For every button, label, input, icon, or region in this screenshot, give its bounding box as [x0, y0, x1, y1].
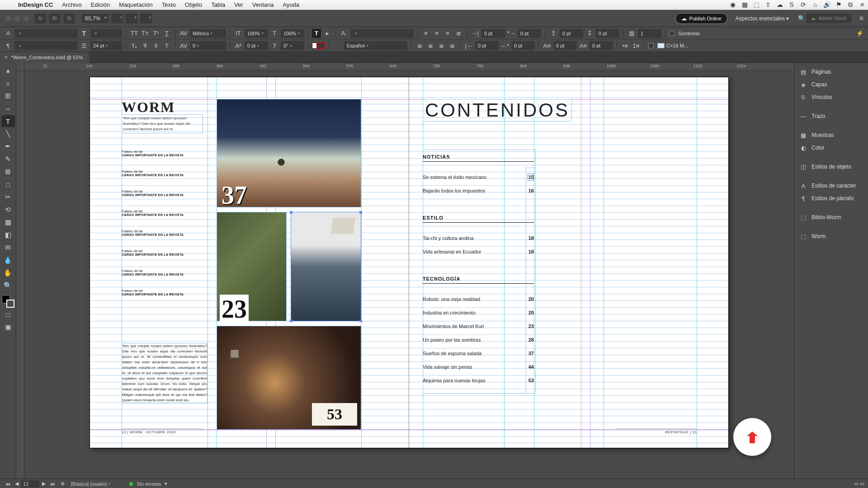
last-page-icon[interactable]: ⏭ [48, 480, 57, 488]
page-right[interactable]: CONTENIDOS NOTICIASSe estrena el éxito m… [409, 77, 728, 448]
dropcap-chars-field[interactable]: 0 pt [590, 41, 613, 50]
tray-icon[interactable]: ☁ [774, 1, 786, 9]
char-color-icon[interactable]: T [312, 29, 321, 38]
page-tool[interactable]: ⊞ [1, 90, 15, 102]
hand-tool[interactable]: ✋ [1, 267, 15, 279]
open-nav-icon[interactable]: ⊕ [61, 481, 65, 487]
panel-páginas[interactable]: ▤Páginas [794, 66, 868, 78]
adobe-stock-search[interactable]: ☁Adobe Stock [806, 14, 851, 23]
menu-maquetación[interactable]: Maquetación [114, 1, 157, 8]
leading-field[interactable]: 24 pt [90, 41, 122, 50]
horizontal-ruler[interactable]: 7214421628836043250457664872079286493610… [16, 63, 794, 71]
document-tab[interactable]: × *Worm_Contenidos.indd @ 61% [0, 52, 89, 63]
workspace-switcher[interactable]: Aspectos esenciales [732, 14, 793, 23]
font-style-field[interactable] [14, 41, 78, 50]
menu-archivo[interactable]: Archivo [57, 1, 86, 8]
menu-ver[interactable]: Ver [230, 1, 248, 8]
align-right-icon[interactable]: ≡ [443, 29, 452, 38]
note-tool[interactable]: ✉ [1, 242, 15, 253]
close-tab-icon[interactable]: × [5, 54, 8, 61]
char-mode-icon[interactable]: A [4, 29, 13, 38]
menu-tabla[interactable]: Tabla [207, 1, 230, 8]
panel-capas[interactable]: ◈Capas [794, 78, 868, 91]
preflight-label[interactable]: Sin errores [137, 481, 161, 487]
tracking-field[interactable]: 0 [190, 41, 226, 50]
panel-estilos-de-carácter[interactable]: AEstilos de carácter [794, 179, 868, 192]
allcaps-icon[interactable]: TT [130, 29, 139, 38]
app-name[interactable]: InDesign CC [14, 1, 57, 8]
body-text-frame[interactable]: Tem que volupta nosam autem quossec tius… [122, 343, 208, 404]
page-navigator[interactable]: ⏮ ◀ 12 ▶ ⏭ [4, 480, 57, 488]
ligatures-icon[interactable]: fi [151, 41, 160, 50]
underline-icon[interactable]: T [162, 29, 171, 38]
arrange-icon[interactable] [140, 14, 152, 23]
hscale-field[interactable]: 100% [281, 29, 304, 38]
justify-right-icon[interactable]: ≣ [437, 41, 446, 50]
rectangle-frame-tool[interactable]: ⊠ [1, 166, 15, 178]
justify-center-icon[interactable]: ≣ [426, 41, 435, 50]
next-page-icon[interactable]: ▶ [40, 480, 47, 488]
panel-color[interactable]: ◐Color [794, 141, 868, 154]
hero-image-3[interactable] [291, 212, 361, 321]
smallcaps-icon[interactable]: Tᴛ [141, 29, 150, 38]
tray-icon[interactable]: ▦ [739, 1, 750, 9]
align-left-icon[interactable]: ≡ [421, 29, 430, 38]
search-icon[interactable]: 🔍 [797, 14, 806, 23]
tray-icon[interactable]: ⬚ [750, 1, 762, 9]
tray-icon[interactable]: 🔊 [821, 1, 833, 9]
indent-right-field[interactable]: 0 pt [475, 41, 499, 50]
kerning-field[interactable]: Métrico [190, 29, 226, 38]
font-family-field[interactable] [14, 29, 78, 38]
panel-trazo[interactable]: —Trazo [794, 110, 868, 122]
tray-icon[interactable]: ⟳ [797, 1, 809, 9]
scissors-tool[interactable]: ✂ [1, 191, 15, 203]
hero-image-2[interactable]: 23 [217, 212, 287, 321]
language-field[interactable]: Español [344, 41, 407, 50]
hero-image-4[interactable]: 53 [217, 326, 361, 430]
dropcap-lines-field[interactable]: 0 pt [553, 41, 577, 50]
tray-icon[interactable]: ⇪ [762, 1, 774, 9]
baseline-shift-field[interactable]: 0 pt [245, 41, 268, 50]
menu-texto[interactable]: Texto [157, 1, 180, 8]
strikethrough-icon[interactable]: T [141, 41, 150, 50]
pasteboard[interactable]: WORM Tem que volupta nosam autem quossec… [24, 71, 794, 479]
shading-checkbox[interactable] [669, 31, 675, 36]
fill-stroke-swap[interactable] [2, 295, 14, 308]
space-before-field[interactable]: 0 pt [560, 29, 583, 38]
vertical-ruler[interactable] [16, 71, 24, 479]
stock-icon[interactable]: St [63, 14, 75, 23]
menu-ayuda[interactable]: Ayuda [278, 1, 304, 8]
skew-field[interactable]: 0° [281, 41, 304, 50]
stroke-color-swatch[interactable] [657, 43, 665, 48]
apply-color-icon[interactable]: □ [1, 309, 15, 320]
selection-tool[interactable]: ▴ [1, 65, 15, 76]
numbers-icon[interactable]: 1≡ [632, 41, 641, 50]
zoom-level[interactable]: 60,7% [81, 14, 108, 23]
first-page-icon[interactable]: ⏮ [4, 480, 12, 488]
type-tool[interactable]: T [1, 115, 15, 127]
char-flyout-icon[interactable]: ▸ [323, 29, 332, 38]
char-style-field[interactable] [350, 29, 414, 38]
hero-image-1[interactable]: 37 [217, 99, 361, 207]
justify-all-icon[interactable]: ≣ [448, 41, 457, 50]
superscript-icon[interactable]: T¹ [151, 29, 160, 38]
panel-biblio-worm[interactable]: ⬚Biblio-Worm [794, 211, 868, 224]
domestika-badge[interactable] [733, 418, 771, 456]
no-break-icon[interactable]: T [162, 41, 171, 50]
toc-title[interactable]: CONTENIDOS [423, 99, 572, 122]
panel-vínculos[interactable]: ⎘Vínculos [794, 91, 868, 103]
subscript-icon[interactable]: T₁ [130, 41, 139, 50]
toolbar-menu-icon[interactable]: ≡ [859, 14, 863, 23]
align-center-icon[interactable]: ≡ [432, 29, 441, 38]
lastline-field[interactable]: 0 pt [511, 41, 535, 50]
tray-icon[interactable]: ◉ [727, 1, 739, 9]
columns-field[interactable]: 1 [638, 29, 661, 38]
tray-icon[interactable]: ⚑ [833, 1, 844, 9]
free-transform-tool[interactable]: ⟲ [1, 204, 15, 216]
panel-worm[interactable]: ⬚Worm [794, 230, 868, 243]
toc-text-frame[interactable] [423, 150, 536, 394]
zoom-tool[interactable]: 🔍 [1, 280, 15, 291]
tray-icon[interactable]: ≡ [856, 1, 868, 9]
menu-objeto[interactable]: Objeto [180, 1, 207, 8]
bullets-icon[interactable]: •≡ [621, 41, 630, 50]
